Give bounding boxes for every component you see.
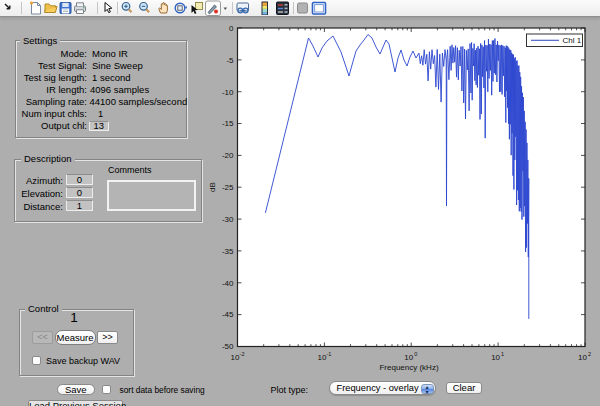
svg-text:-45: -45 — [222, 310, 234, 319]
svg-text:-40: -40 — [222, 279, 234, 288]
svg-text:-2: -2 — [240, 351, 245, 357]
svg-text:-30: -30 — [222, 215, 234, 224]
svg-text:-15: -15 — [222, 119, 234, 128]
svg-text:-10: -10 — [222, 88, 234, 97]
svg-text:2: 2 — [588, 351, 591, 357]
svg-text:-20: -20 — [222, 151, 234, 160]
svg-text:-25: -25 — [222, 183, 234, 192]
svg-text:-50: -50 — [222, 342, 234, 351]
svg-text:-35: -35 — [222, 247, 234, 256]
svg-text:10: 10 — [578, 353, 587, 362]
svg-text:0: 0 — [414, 351, 417, 357]
svg-text:1: 1 — [501, 351, 504, 357]
svg-text:0: 0 — [229, 24, 234, 33]
svg-text:Frequency (kHz): Frequency (kHz) — [379, 363, 438, 372]
svg-text:dB: dB — [208, 182, 217, 192]
svg-text:-5: -5 — [226, 56, 234, 65]
svg-text:-1: -1 — [326, 351, 331, 357]
svg-text:Chl 1: Chl 1 — [563, 36, 582, 45]
svg-text:10: 10 — [491, 353, 500, 362]
svg-text:10: 10 — [404, 353, 413, 362]
